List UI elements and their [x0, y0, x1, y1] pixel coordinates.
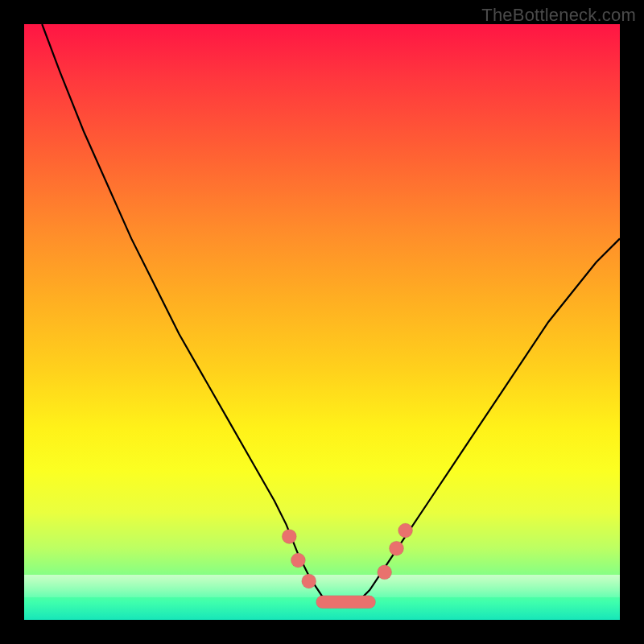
curve-marker	[291, 553, 305, 568]
curve-marker	[398, 523, 413, 538]
chart-frame: TheBottleneck.com	[0, 0, 644, 644]
curve-marker	[302, 574, 316, 588]
curve-marker	[282, 529, 296, 543]
curve-marker	[378, 565, 392, 580]
watermark-text: TheBottleneck.com	[481, 5, 636, 26]
bottleneck-curve	[42, 24, 620, 602]
chart-svg	[24, 24, 620, 620]
plot-area	[24, 24, 620, 620]
curve-marker	[390, 541, 404, 555]
flat-min-segment	[316, 596, 376, 609]
